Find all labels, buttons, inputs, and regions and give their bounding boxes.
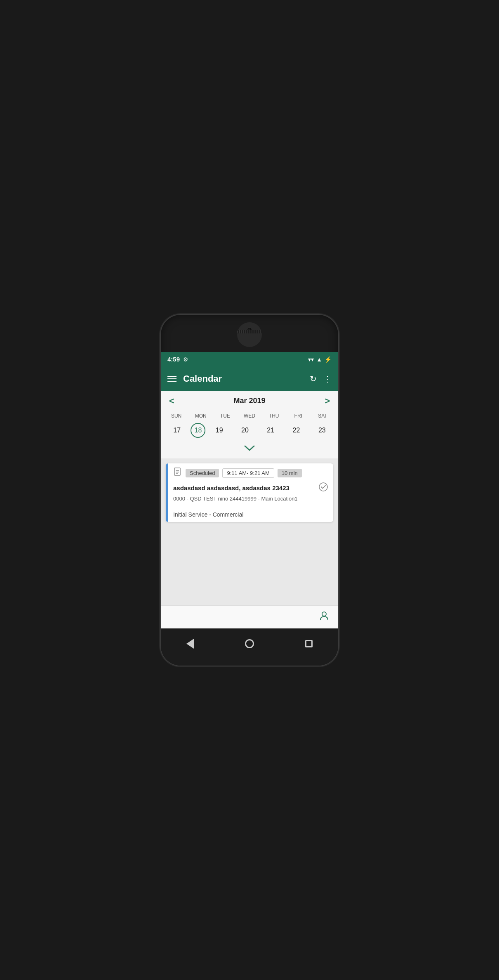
app-bar-right: ↻ ⋮ <box>310 374 332 384</box>
time-badge: 9:11 AM- 9:21 AM <box>222 468 274 478</box>
signal-icon: ▲ <box>316 356 322 363</box>
card-divider <box>173 506 328 506</box>
settings-status-icon: ⚙ <box>183 356 188 363</box>
status-left: 4:59 ⚙ <box>167 356 188 363</box>
svg-point-4 <box>319 483 327 491</box>
expand-calendar-button[interactable] <box>161 442 338 458</box>
card-top-row: Scheduled 9:11 AM- 9:21 AM 10 min <box>173 468 328 479</box>
date-18-today[interactable]: 18 <box>191 423 205 438</box>
check-circle-icon[interactable] <box>318 482 328 494</box>
date-22[interactable]: 22 <box>285 423 308 438</box>
screen: 4:59 ⚙ ▾▾ ▲ ⚡ Calendar ↻ ⋮ <box>161 352 338 628</box>
menu-button[interactable] <box>167 374 177 383</box>
day-mon: MON <box>189 413 213 419</box>
refresh-button[interactable]: ↻ <box>310 374 317 384</box>
navigation-bar <box>161 628 338 666</box>
service-type: Initial Service - Commercial <box>173 510 328 518</box>
client-name: asdasdasd asdasdasd, asdasdas 23423 <box>173 484 290 491</box>
day-sat: SAT <box>311 413 334 419</box>
calendar-section: < Mar 2019 > SUN MON TUE WED THU FRI SAT… <box>161 391 338 458</box>
date-17[interactable]: 17 <box>165 423 189 438</box>
prev-month-button[interactable]: < <box>169 396 174 406</box>
appointment-card[interactable]: Scheduled 9:11 AM- 9:21 AM 10 min asdasd… <box>166 463 333 522</box>
calendar-header: < Mar 2019 > <box>161 391 338 411</box>
date-20[interactable]: 20 <box>233 423 257 438</box>
status-time: 4:59 <box>167 356 180 363</box>
next-month-button[interactable]: > <box>325 396 330 406</box>
speaker <box>237 330 262 333</box>
back-button[interactable] <box>186 639 194 649</box>
phone-frame: 4:59 ⚙ ▾▾ ▲ ⚡ Calendar ↻ ⋮ <box>161 315 338 666</box>
svg-point-5 <box>322 612 326 616</box>
app-bar-left: Calendar <box>167 373 222 384</box>
battery-icon: ⚡ <box>325 356 332 363</box>
status-bar: 4:59 ⚙ ▾▾ ▲ ⚡ <box>161 352 338 367</box>
day-sun: SUN <box>165 413 188 419</box>
home-button[interactable] <box>245 639 254 648</box>
status-right: ▾▾ ▲ ⚡ <box>308 356 332 363</box>
date-23[interactable]: 23 <box>310 423 334 438</box>
location-text: 0000 - QSD TEST nino 244419999 - Main Lo… <box>173 496 328 502</box>
duration-badge: 10 min <box>278 469 302 477</box>
date-19[interactable]: 19 <box>207 423 231 438</box>
app-title: Calendar <box>183 373 222 384</box>
day-tue: TUE <box>213 413 237 419</box>
more-button[interactable]: ⋮ <box>323 374 332 384</box>
wifi-icon: ▾▾ <box>308 356 314 363</box>
status-badge: Scheduled <box>186 469 219 477</box>
bottom-tab-bar <box>161 605 338 628</box>
card-client-row: asdasdasd asdasdasd, asdasdas 23423 <box>173 482 328 494</box>
content-area: Scheduled 9:11 AM- 9:21 AM 10 min asdasd… <box>161 458 338 605</box>
days-of-week: SUN MON TUE WED THU FRI SAT <box>161 411 338 420</box>
svg-rect-0 <box>174 468 180 475</box>
dates-row: 17 18 19 20 21 22 23 <box>161 420 338 442</box>
date-21[interactable]: 21 <box>259 423 282 438</box>
profile-tab-button[interactable] <box>318 610 330 624</box>
recents-button[interactable] <box>305 640 313 647</box>
app-bar: Calendar ↻ ⋮ <box>161 367 338 391</box>
card-content: Scheduled 9:11 AM- 9:21 AM 10 min asdasd… <box>168 463 333 522</box>
day-thu: THU <box>262 413 286 419</box>
day-wed: WED <box>238 413 261 419</box>
day-fri: FRI <box>286 413 310 419</box>
document-icon <box>173 468 182 479</box>
month-year-label: Mar 2019 <box>233 397 265 405</box>
